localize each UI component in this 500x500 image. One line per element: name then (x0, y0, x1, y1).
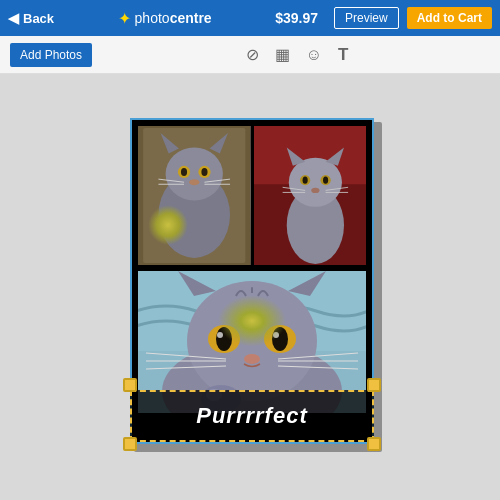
canvas-area: Purrrrfect (0, 74, 500, 500)
handle-bottom-right[interactable] (367, 437, 381, 451)
svg-point-39 (272, 327, 288, 351)
svg-point-38 (216, 327, 232, 351)
cat-photo-left[interactable] (138, 126, 251, 265)
svg-point-9 (201, 168, 207, 176)
banner-text: Purrrrfect (196, 403, 307, 429)
svg-point-33 (187, 281, 317, 401)
text-icon[interactable]: T (338, 45, 348, 65)
back-button[interactable]: ◀ Back (8, 10, 54, 26)
toolbar-icons: ⊘ ▦ ☺ T (104, 45, 490, 65)
add-to-cart-button[interactable]: Add to Cart (407, 7, 492, 29)
back-label: Back (23, 11, 54, 26)
handle-top-left[interactable] (123, 378, 137, 392)
svg-point-3 (166, 147, 223, 200)
svg-point-18 (288, 158, 341, 207)
svg-point-40 (217, 332, 223, 338)
svg-point-25 (311, 188, 319, 193)
preview-button[interactable]: Preview (334, 7, 399, 29)
cat-photo-right[interactable] (254, 126, 367, 265)
svg-point-8 (181, 168, 187, 176)
svg-point-42 (244, 354, 260, 364)
back-arrow-icon: ◀ (8, 10, 19, 26)
handle-bottom-left[interactable] (123, 437, 137, 451)
svg-point-10 (189, 179, 199, 185)
handle-top-right[interactable] (367, 378, 381, 392)
smiley-icon[interactable]: ☺ (306, 46, 322, 64)
svg-point-24 (323, 177, 328, 184)
rotate-icon[interactable]: ⊘ (246, 45, 259, 64)
svg-point-41 (273, 332, 279, 338)
poster[interactable]: Purrrrfect (130, 118, 374, 444)
top-images-row (132, 120, 372, 268)
svg-point-23 (302, 177, 307, 184)
editor-toolbar: Add Photos ⊘ ▦ ☺ T (0, 36, 500, 74)
text-banner[interactable]: Purrrrfect (130, 390, 374, 442)
walmart-star-icon: ✦ (118, 9, 131, 28)
layout-icon[interactable]: ▦ (275, 45, 290, 64)
logo-area: ✦ photocentre (62, 9, 267, 28)
price-label: $39.97 (275, 10, 318, 26)
add-photos-button[interactable]: Add Photos (10, 43, 92, 67)
logo-text: photocentre (135, 10, 212, 26)
top-navigation: ◀ Back ✦ photocentre $39.97 Preview Add … (0, 0, 500, 36)
